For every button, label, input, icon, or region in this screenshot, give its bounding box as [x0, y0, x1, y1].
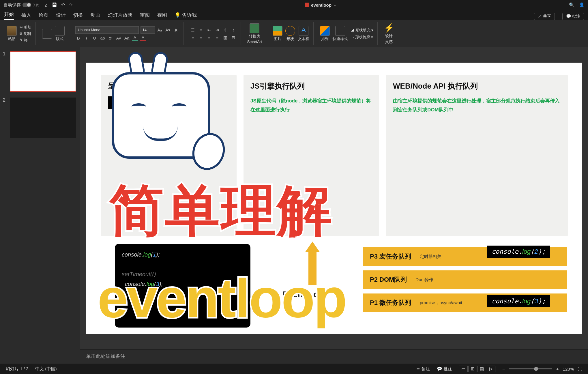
indent-left-button[interactable]: ⇤ [206, 27, 212, 33]
layout-button[interactable]: 版式 [55, 26, 65, 42]
paste-button[interactable]: 粘贴 [7, 26, 17, 42]
line-spacing-button[interactable]: ‡ [222, 27, 229, 33]
view-normal-icon[interactable]: ▭ [459, 366, 468, 372]
comments-toggle[interactable]: 💬 批注 [437, 366, 452, 372]
font-color-button[interactable]: A [140, 35, 146, 41]
queue-micro-label: P1 微任务队列 [370, 298, 411, 307]
comments-button[interactable]: 💬 批注 [562, 13, 584, 20]
highlight-button[interactable]: A [132, 35, 138, 41]
home-icon[interactable]: ⌂ [45, 3, 48, 8]
textbox-button[interactable]: A文本框 [298, 26, 309, 42]
quick-styles-button[interactable]: 快速样式 [333, 26, 348, 42]
subscript-button[interactable]: x² [108, 35, 114, 41]
slide-thumbnail-2[interactable] [10, 98, 76, 138]
shapes-icon [285, 26, 295, 36]
thumb-number-1: 1 [3, 51, 8, 92]
panel-web-text: 由宿主环境提供的规范会在这里进行处理，宿主部分规范执行结束后会再传入到宏任务队列… [393, 96, 561, 115]
panel-web-api[interactable]: WEB/Node API 执行队列 由宿主环境提供的规范会在这里进行处理，宿主部… [386, 75, 568, 236]
underline-button[interactable]: U [91, 35, 98, 41]
format-painter-button[interactable]: ✎ 格 [20, 38, 31, 43]
autosave-toggle[interactable]: 自动保存 关闭 [3, 2, 39, 8]
picture-button[interactable]: 图片 [273, 26, 282, 42]
zoom-level[interactable]: 120% [563, 366, 574, 371]
share-button[interactable]: ↗ 共享 [534, 13, 555, 20]
slide-thumbnail-1[interactable] [10, 51, 76, 92]
slide-indicator[interactable]: 幻灯片 1 / 2 [6, 366, 28, 372]
design-ideas-button[interactable]: ⚡设计灵感 [384, 23, 394, 44]
view-slideshow-icon[interactable]: ▷ [487, 366, 495, 372]
arrange-button[interactable]: 排列 [320, 26, 330, 42]
search-icon[interactable]: 🔍 [569, 2, 574, 8]
slide-canvas[interactable]: 呈现结果 console.log(1); JS引擎执行队列 JS原生代码（除no… [80, 47, 588, 349]
char-spacing-button[interactable]: AV [116, 35, 122, 41]
account-icon[interactable]: 👤 [579, 2, 585, 8]
title-bar: 自动保存 关闭 ⌂ 💾 ↶ ↷ eventloop ⌄ 🔍 👤 [0, 0, 588, 10]
queue-dom-label: P2 DOM队列 [370, 275, 407, 284]
align-vert-button[interactable]: ⊟ [230, 34, 237, 41]
font-name-select[interactable]: Ubuntu Mono [75, 26, 139, 34]
tab-animation[interactable]: 动画 [91, 12, 100, 20]
fit-window-icon[interactable]: ⛶ [578, 366, 582, 371]
panel-js-text: JS原生代码（除node，浏览器宿主环境提供的规范）将在这里面进行执行 [250, 96, 372, 115]
tab-transition[interactable]: 切换 [73, 12, 83, 20]
shapes-button[interactable]: 形状 [285, 26, 295, 42]
tab-insert[interactable]: 插入 [21, 12, 31, 20]
view-reading-icon[interactable]: ▤ [477, 366, 486, 372]
status-bar: 幻灯片 1 / 2 中文 (中国) ≐ 备注 💬 批注 ▭ ⊞ ▤ ▷ − + … [0, 364, 588, 374]
smartart-button[interactable]: 转换为SmartArt [247, 23, 262, 44]
justify-button[interactable]: ≡ [214, 34, 220, 41]
shape-fill-button[interactable]: ◢ 形状填充 ▾ [351, 28, 373, 33]
tab-draw[interactable]: 绘图 [39, 12, 48, 20]
notes-toggle[interactable]: ≐ 备注 [416, 366, 430, 372]
chevron-down-icon[interactable]: ⌄ [333, 2, 337, 8]
smartart-icon [250, 23, 259, 33]
copy-button[interactable]: ⧉ 复制 [20, 31, 31, 36]
tab-design[interactable]: 设计 [56, 12, 66, 20]
increase-font-icon[interactable]: A▴ [157, 27, 163, 33]
align-center-button[interactable]: ≡ [198, 34, 204, 41]
cut-button[interactable]: ✂ 剪切 [20, 25, 31, 30]
notes-placeholder: 单击此处添加备注 [86, 354, 125, 359]
textbox-icon: A [299, 26, 308, 36]
shape-outline-button[interactable]: ▭ 形状轮廓 ▾ [351, 35, 373, 40]
undo-icon[interactable]: ↶ [61, 2, 65, 8]
decrease-font-icon[interactable]: A▾ [165, 27, 171, 33]
overlay-title-yellow: eventloop [98, 267, 346, 330]
bold-button[interactable]: B [75, 35, 82, 41]
tab-start[interactable]: 开始 [4, 11, 14, 20]
code-chip-2: console.log(2); [487, 246, 550, 258]
align-right-button[interactable]: ≡ [206, 34, 212, 41]
tab-tellme[interactable]: 💡 告诉我 [175, 12, 197, 20]
change-case-button[interactable]: Aa [124, 35, 130, 41]
mascot-overlay-icon [112, 63, 216, 167]
align-left-button[interactable]: ≡ [190, 34, 196, 41]
tab-view[interactable]: 视图 [157, 12, 167, 20]
strike-button[interactable]: ab [100, 35, 106, 41]
text-direction-button[interactable]: ↕ [230, 27, 237, 33]
notes-pane[interactable]: 单击此处添加备注 [80, 349, 588, 364]
view-sorter-icon[interactable]: ⊞ [468, 366, 477, 372]
save-icon[interactable]: 💾 [52, 2, 57, 8]
autosave-state: 关闭 [33, 3, 39, 7]
numbering-button[interactable]: ≡ [198, 27, 204, 33]
bullets-button[interactable]: ☰ [190, 27, 196, 33]
slide-icon [42, 29, 52, 39]
indent-right-button[interactable]: ⇥ [214, 27, 220, 33]
layout-icon [55, 26, 65, 36]
new-slide-button[interactable] [42, 29, 52, 39]
font-size-select[interactable]: 14 [141, 26, 155, 34]
queue-macro-label: P3 宏任务队列 [370, 252, 411, 261]
zoom-slider[interactable] [509, 368, 552, 369]
zoom-out-button[interactable]: − [502, 366, 505, 371]
queue-micro-hint: promise，async/await [420, 300, 462, 306]
redo-icon[interactable]: ↷ [69, 2, 73, 8]
tab-slideshow[interactable]: 幻灯片放映 [108, 12, 132, 20]
language-indicator[interactable]: 中文 (中国) [35, 366, 57, 372]
clear-format-icon[interactable]: A̷ [173, 27, 179, 33]
italic-button[interactable]: I [83, 35, 90, 41]
tab-review[interactable]: 审阅 [140, 12, 150, 20]
columns-button[interactable]: ▥ [222, 34, 229, 41]
queue-dom[interactable]: P2 DOM队列 Dom操作 [363, 270, 567, 289]
zoom-in-button[interactable]: + [556, 366, 559, 371]
document-title: eventloop [311, 3, 332, 8]
